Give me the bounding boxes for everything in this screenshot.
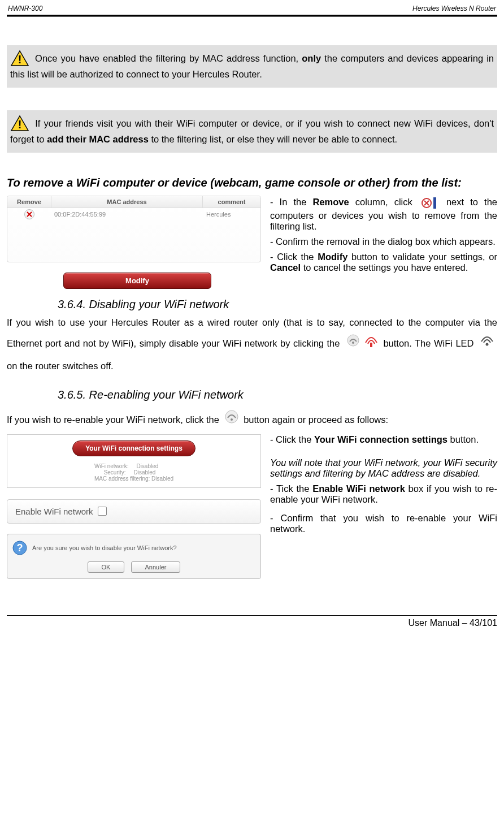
wifi-led-icon [479, 334, 495, 354]
modify-button[interactable]: Modify [63, 273, 211, 289]
svg-text:?: ? [17, 542, 23, 554]
wifi-toggle-icon [345, 332, 378, 355]
txt: button again or proceed as follows: [244, 414, 388, 425]
txt: - Tick the [270, 483, 312, 494]
enable-wifi-checkbox[interactable] [98, 507, 107, 516]
comment-cell: Hercules [203, 209, 260, 219]
wifi-status-text: WiFi network: Disabled Security: Disable… [94, 463, 173, 482]
warn1-bold: only [302, 53, 321, 63]
svg-rect-12 [370, 343, 372, 347]
doc-model: HWNR-300 [8, 5, 42, 12]
dialog-cancel-button[interactable]: Annuler [131, 561, 181, 573]
txt: button. The WiFi LED [383, 338, 477, 348]
txt: - In the [270, 197, 312, 207]
txt: Enable WiFi network [312, 483, 405, 494]
txt: Cancel [270, 262, 301, 273]
note-text: You will note that your WiFi network, yo… [270, 457, 497, 479]
col-mac: MAC address [51, 196, 203, 208]
page-footer: User Manual – 43/101 [409, 618, 497, 628]
warning-icon: ! [10, 50, 29, 69]
enable-wifi-label: Enable WiFi network [15, 507, 93, 516]
wifi-status-panel: WiFi network: Disabled Security: Disable… [12, 460, 256, 485]
dialog-ok-button[interactable]: OK [88, 561, 125, 573]
doc-title: Hercules Wireless N Router [412, 5, 496, 12]
txt: column, click [349, 197, 419, 207]
txt: - Click the [270, 252, 318, 262]
txt: Modify [318, 252, 347, 262]
svg-point-15 [231, 418, 233, 421]
txt: - Confirm that you wish to re-enable you… [270, 513, 497, 534]
txt: Your WiFi connection settings [314, 434, 447, 444]
svg-text:!: ! [18, 53, 22, 66]
txt: button. [447, 434, 479, 444]
svg-point-14 [225, 410, 238, 423]
confirm-dialog: ? Are you sure you wish to disable your … [7, 534, 261, 579]
mac-table: Remove MAC address comment 00:0F:2D:44:5… [7, 196, 261, 262]
txt: - Click the [270, 434, 314, 444]
col-remove: Remove [7, 196, 51, 208]
txt: - Confirm the removal in the dialog box … [270, 236, 497, 247]
mac-cell: 00:0F:2D:44:55:99 [51, 209, 203, 219]
svg-point-10 [347, 335, 359, 346]
txt: on the router switches off. [7, 361, 114, 371]
remove-row-button[interactable] [24, 209, 34, 219]
txt: If you wish to re-enable your WiFi netwo… [7, 414, 222, 425]
dialog-text: Are you sure you wish to disable your Wi… [32, 545, 177, 551]
svg-text:!: ! [18, 118, 22, 131]
section-remove-title: To remove a WiFi computer or device (web… [7, 175, 497, 190]
subsection-365: 3.6.5. Re-enabling your WiFi network [58, 388, 497, 401]
warn1-pre: Once you have enabled the filtering by M… [35, 53, 302, 63]
question-icon: ? [12, 540, 28, 556]
warn2-bold: add their MAC address [47, 134, 149, 144]
subsection-364: 3.6.4. Disabling your WiFi network [58, 298, 497, 311]
remove-x-icon [421, 196, 438, 210]
svg-rect-9 [433, 197, 436, 209]
txt: button to validate your settings, or [347, 252, 497, 262]
table-row: 00:0F:2D:44:55:99 Hercules [7, 208, 260, 221]
warn2-post: to the filtering list, or else they will… [149, 134, 397, 144]
warning-box-1: ! Once you have enabled the filtering by… [7, 45, 497, 88]
svg-point-13 [485, 343, 488, 346]
wifi-settings-button[interactable]: Your WiFi connection settings [72, 440, 195, 456]
txt: Remove [312, 197, 349, 207]
wifi-reenable-icon [224, 410, 239, 430]
svg-point-11 [352, 342, 354, 344]
txt: to cancel the settings you have entered. [301, 262, 468, 273]
col-comment: comment [203, 196, 260, 208]
enable-wifi-row: Enable WiFi network [7, 499, 261, 524]
warning-icon: ! [10, 115, 29, 134]
warning-box-2: ! If your friends visit you with their W… [7, 110, 497, 153]
